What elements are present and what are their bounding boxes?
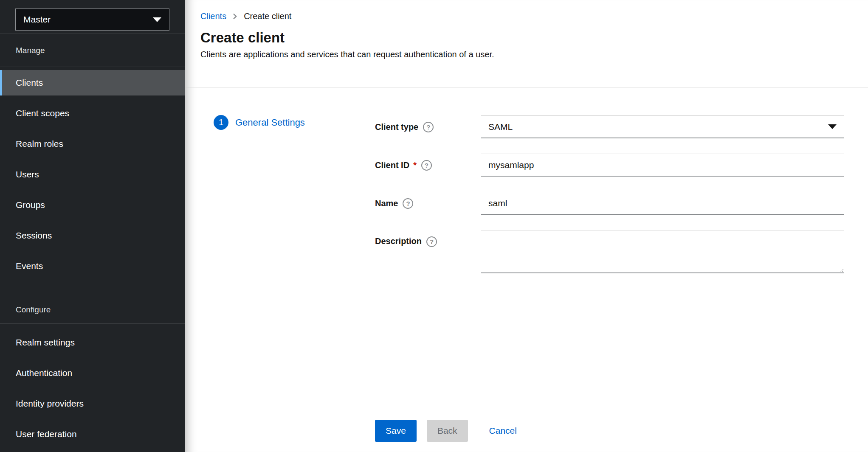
client-id-label: Client ID (375, 160, 409, 170)
client-id-label-group: Client ID * ? (375, 154, 481, 177)
back-button[interactable]: Back (427, 420, 468, 442)
caret-down-icon (828, 124, 837, 129)
nav-section-configure: Configure (0, 296, 185, 324)
sidebar-item-label: Groups (16, 200, 45, 210)
name-input-col (481, 192, 844, 215)
sidebar-item-label: Authentication (16, 368, 72, 378)
client-type-selected-value: SAML (488, 122, 513, 132)
nav-section-manage: Manage (0, 34, 185, 67)
sidebar-item-groups[interactable]: Groups (0, 192, 185, 218)
help-icon[interactable]: ? (423, 122, 434, 132)
sidebar-item-label: Identity providers (16, 399, 84, 409)
sidebar-item-sessions[interactable]: Sessions (0, 223, 185, 248)
sidebar-item-label: User federation (16, 429, 77, 439)
client-type-row: Client type ? SAML (375, 115, 844, 138)
description-input-col (481, 230, 844, 275)
sidebar-item-user-federation[interactable]: User federation (0, 421, 185, 447)
nav-list-configure: Realm settings Authentication Identity p… (0, 324, 185, 447)
client-type-select[interactable]: SAML (481, 115, 844, 138)
sidebar-item-events[interactable]: Events (0, 253, 185, 279)
required-indicator: * (413, 160, 417, 170)
sidebar-item-identity-providers[interactable]: Identity providers (0, 391, 185, 416)
client-id-input[interactable] (481, 154, 844, 177)
sidebar-nav: Manage Clients Client scopes Realm roles… (0, 34, 185, 452)
page-subtitle: Clients are applications and services th… (200, 50, 868, 59)
save-button[interactable]: Save (375, 420, 417, 442)
name-label-group: Name ? (375, 192, 481, 215)
name-label: Name (375, 199, 398, 208)
sidebar-item-label: Sessions (16, 230, 52, 241)
main-content: Clients Create client Create client Clie… (185, 0, 868, 452)
sidebar-item-clients[interactable]: Clients (0, 70, 185, 95)
sidebar-item-client-scopes[interactable]: Client scopes (0, 101, 185, 126)
sidebar-item-label: Users (16, 169, 39, 180)
client-type-label: Client type (375, 122, 418, 132)
sidebar-item-authentication[interactable]: Authentication (0, 360, 185, 386)
sidebar-item-label: Client scopes (16, 108, 69, 118)
sidebar: Master Manage Clients Client scopes Real… (0, 0, 185, 452)
help-icon[interactable]: ? (403, 198, 413, 209)
wizard-step-number-badge: 1 (214, 115, 228, 130)
sidebar-item-label: Realm settings (16, 337, 75, 348)
breadcrumb-link-clients[interactable]: Clients (200, 11, 226, 21)
sidebar-item-realm-settings[interactable]: Realm settings (0, 330, 185, 355)
client-id-row: Client ID * ? (375, 154, 844, 177)
wizard-nav: 1 General Settings (185, 101, 359, 452)
description-row: Description ? (375, 230, 844, 275)
sidebar-item-label: Realm roles (16, 139, 63, 149)
create-client-wizard: 1 General Settings Client type ? SAML (185, 101, 868, 452)
app-root: Master Manage Clients Client scopes Real… (0, 0, 868, 452)
form-actions: Save Back Cancel (375, 420, 844, 442)
client-id-input-col (481, 154, 844, 177)
question-mark-glyph: ? (425, 162, 428, 169)
sidebar-item-label: Clients (16, 78, 43, 88)
cancel-button[interactable]: Cancel (489, 426, 517, 436)
sidebar-item-users[interactable]: Users (0, 162, 185, 187)
realm-selector: Master (0, 0, 185, 34)
page-title: Create client (200, 30, 868, 46)
breadcrumb: Clients Create client (200, 11, 868, 21)
current-realm-name: Master (23, 14, 51, 25)
general-settings-form: Client type ? SAML Client ID (359, 101, 868, 452)
client-type-input-col: SAML (481, 115, 844, 138)
chevron-right-icon (232, 13, 238, 20)
description-textarea[interactable] (481, 230, 844, 273)
sidebar-item-realm-roles[interactable]: Realm roles (0, 131, 185, 157)
help-icon[interactable]: ? (426, 236, 437, 247)
realm-switcher-button[interactable]: Master (15, 8, 169, 31)
sidebar-item-label: Events (16, 261, 43, 271)
nav-list-manage: Clients Client scopes Realm roles Users … (0, 67, 185, 279)
description-label: Description (375, 236, 422, 246)
caret-down-icon (153, 17, 161, 22)
question-mark-glyph: ? (430, 238, 434, 245)
wizard-step-general-settings[interactable]: 1 General Settings (185, 115, 359, 130)
client-type-label-group: Client type ? (375, 115, 481, 138)
question-mark-glyph: ? (406, 200, 410, 207)
name-row: Name ? (375, 192, 844, 215)
wizard-step-label: General Settings (235, 117, 305, 128)
description-label-group: Description ? (375, 230, 481, 275)
question-mark-glyph: ? (426, 124, 430, 131)
breadcrumb-current: Create client (244, 11, 291, 21)
name-input[interactable] (481, 192, 844, 215)
page-header: Clients Create client Create client Clie… (185, 0, 868, 87)
help-icon[interactable]: ? (421, 160, 432, 171)
